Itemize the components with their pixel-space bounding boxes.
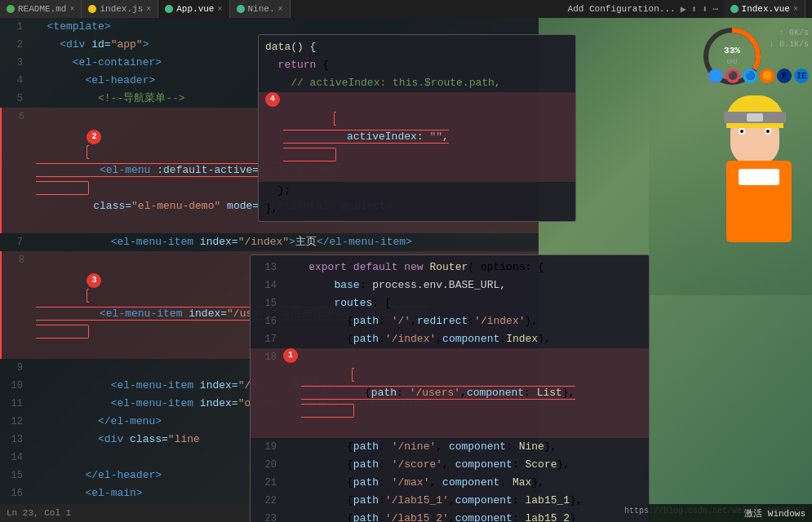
data-function-popup: data() { return { // activeIndex: this.$… bbox=[258, 34, 576, 222]
line-num-1: 1 bbox=[0, 18, 31, 36]
router-code-21: {path: '/max', component: Max}, bbox=[283, 474, 544, 492]
popup-line-comment: // activeIndex: this.$route.path, bbox=[259, 74, 575, 92]
line-num-6: 6 bbox=[2, 108, 33, 126]
line-num-9: 9 bbox=[0, 359, 31, 377]
line-num-2: 2 bbox=[0, 36, 31, 54]
tray-icon-1[interactable]: ⚫ bbox=[725, 69, 740, 83]
download-icon[interactable]: ⬇ bbox=[702, 3, 708, 15]
tray-icon-chrome[interactable]: 🌐 bbox=[708, 69, 723, 83]
tab-icon-nine bbox=[237, 5, 245, 13]
svg-text:33%: 33% bbox=[724, 46, 740, 55]
taskbar: 激活 Windows bbox=[649, 504, 812, 522]
line-content-1: <template> bbox=[31, 18, 539, 36]
line-num-10: 10 bbox=[0, 377, 31, 395]
router-linenum-23: 23 bbox=[257, 510, 283, 522]
tab-label-appvue: App.vue bbox=[176, 4, 214, 14]
line-num-13: 13 bbox=[0, 431, 31, 449]
line-num-8: 8 bbox=[2, 251, 33, 269]
router-line-21: 21 {path: '/max', component: Max}, bbox=[251, 474, 649, 492]
router-line-15: 15 routes: [ bbox=[251, 294, 649, 312]
router-line-20: 20 {path: '/score', component: Score}, bbox=[251, 456, 649, 474]
tab-indexjs[interactable]: index.js × bbox=[82, 0, 158, 18]
tab-icon-indexjs bbox=[88, 5, 96, 13]
upload-icon[interactable]: ⬆ bbox=[691, 3, 697, 15]
popup-code-comma: }, bbox=[265, 200, 278, 218]
popup-line-activeindex: 4 activeIndex: "", bbox=[259, 92, 575, 182]
annotation-1: 1 bbox=[283, 348, 298, 363]
tray-icon-2[interactable]: 🔵 bbox=[743, 69, 757, 83]
router-code-22: {path:'/lab15_1',component: lab15_1}, bbox=[283, 492, 583, 510]
tray-icon-3[interactable]: 🟠 bbox=[760, 69, 774, 83]
tab-label-nine: Nine. bbox=[248, 4, 275, 14]
popup-code-close: }; bbox=[265, 182, 291, 200]
popup-line-data: data() { bbox=[259, 38, 575, 56]
close-indexjs[interactable]: × bbox=[146, 5, 151, 14]
router-linenum-13: 13 bbox=[257, 259, 283, 276]
top-right-area: Add Configuration... ▶ ⬆ ⬇ ⋯ Index.vue × bbox=[561, 0, 812, 18]
tab-bar: README.md × index.js × App.vue × Nine. ×… bbox=[0, 0, 812, 18]
line-num-12: 12 bbox=[0, 413, 31, 431]
line-num-3: 3 bbox=[0, 54, 31, 72]
tab-icon-readme bbox=[7, 5, 15, 13]
tab-readme[interactable]: README.md × bbox=[0, 0, 82, 18]
character-bg bbox=[649, 91, 812, 295]
network-stats: ↑ 0K/s ↓ 0.1K/s bbox=[770, 28, 809, 51]
tray-icon-5[interactable]: IE bbox=[794, 69, 809, 83]
download-speed: ↓ 0.1K/s bbox=[770, 39, 809, 51]
tab-appvue[interactable]: App.vue × bbox=[158, 0, 229, 18]
char-headband bbox=[724, 112, 786, 123]
close-indexvue[interactable]: × bbox=[793, 5, 798, 14]
router-linenum-18: 18 bbox=[257, 348, 283, 366]
char-eye-left bbox=[739, 128, 745, 135]
line-num-16: 16 bbox=[0, 484, 31, 502]
line-num-4: 4 bbox=[0, 72, 31, 90]
tab-label-indexjs: index.js bbox=[100, 4, 143, 14]
close-appvue[interactable]: × bbox=[217, 5, 222, 14]
tab-icon-indexvue bbox=[730, 5, 739, 13]
popup-code-return: return { bbox=[265, 56, 329, 74]
char-body bbox=[726, 161, 792, 242]
line-num-11: 11 bbox=[0, 395, 31, 413]
router-code-17: {path:'/index',component:Index}, bbox=[283, 330, 551, 348]
router-linenum-16: 16 bbox=[257, 312, 283, 330]
annotation-4: 4 bbox=[265, 92, 280, 107]
tab-label-readme: README.md bbox=[18, 4, 66, 14]
line-content-7: <el-menu-item index="/index">主页</el-menu… bbox=[31, 233, 539, 251]
character-head bbox=[730, 108, 779, 165]
line-num-14: 14 bbox=[0, 449, 31, 467]
taskbar-label: 激活 Windows bbox=[744, 507, 805, 520]
close-readme[interactable]: × bbox=[69, 5, 74, 14]
line-num-7: 7 bbox=[0, 233, 31, 251]
char-eye-right bbox=[765, 128, 771, 135]
tabs-container: README.md × index.js × App.vue × Nine. × bbox=[0, 0, 561, 18]
popup-code-comment: // activeIndex: this.$route.path, bbox=[265, 74, 501, 92]
cursor-position: Ln 23, Col 1 bbox=[7, 504, 71, 522]
tray-icon-4[interactable]: P bbox=[777, 69, 792, 83]
router-linenum-20: 20 bbox=[257, 456, 283, 474]
popup-code-data: data() { bbox=[265, 38, 316, 56]
tab-indexvue[interactable]: Index.vue × bbox=[724, 0, 805, 18]
router-code-14: base: process.env.BASE_URL, bbox=[283, 276, 506, 294]
router-linenum-22: 22 bbox=[257, 492, 283, 510]
router-code-16: {path: '/',redirect:'/index'}, bbox=[283, 312, 538, 330]
naruto-character-area bbox=[649, 91, 812, 295]
tab-label-indexvue: Index.vue bbox=[742, 4, 790, 14]
router-code-20: {path: '/score', component: Score}, bbox=[283, 456, 570, 474]
router-code-15: routes: [ bbox=[283, 294, 392, 312]
router-line-19: 19 {path: '/nine', component: Nine}, bbox=[251, 438, 649, 456]
line-num-5: 5 bbox=[0, 90, 31, 108]
router-code-13: export default new Router( options: { bbox=[283, 259, 544, 276]
more-icon[interactable]: ⋯ bbox=[712, 3, 718, 15]
annotation-3: 3 bbox=[87, 273, 101, 288]
tab-nine[interactable]: Nine. × bbox=[230, 0, 291, 18]
add-configuration-button[interactable]: Add Configuration... bbox=[568, 4, 676, 14]
router-line-14: 14 base: process.env.BASE_URL, bbox=[251, 276, 649, 294]
run-icon[interactable]: ▶ bbox=[681, 3, 686, 15]
router-line-17: 17 {path:'/index',component:Index}, bbox=[251, 330, 649, 348]
popup-code-activeindex: activeIndex: "", bbox=[283, 92, 449, 182]
close-nine[interactable]: × bbox=[278, 5, 283, 14]
popup-line-close-brace: }; bbox=[259, 182, 575, 200]
svg-text:CPU: CPU bbox=[727, 59, 738, 65]
router-linenum-15: 15 bbox=[257, 294, 283, 312]
router-linenum-19: 19 bbox=[257, 438, 283, 456]
